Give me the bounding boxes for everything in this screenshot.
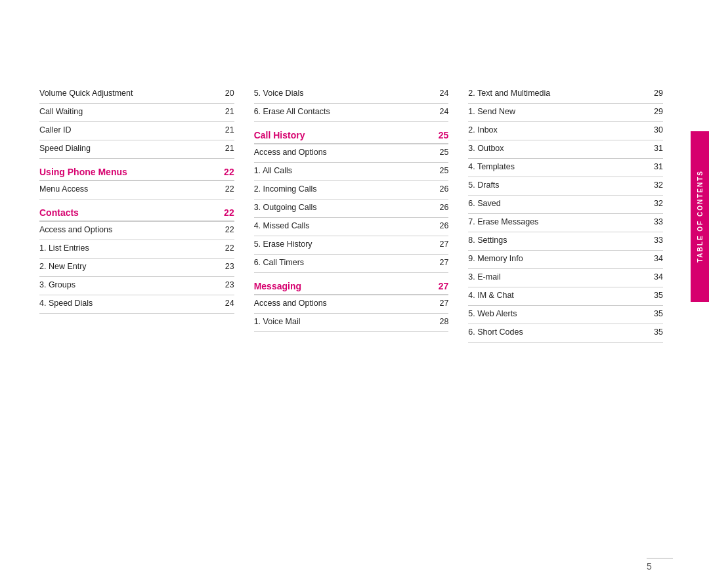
table-of-contents-tab: TABLE OF CONTENTS	[691, 131, 709, 302]
table-row: 9. Memory Info34	[468, 251, 663, 269]
table-row: 4. Templates31	[468, 159, 663, 177]
table-row: 2. Incoming Calls26	[254, 181, 449, 200]
entry-num: 33	[647, 217, 663, 226]
entry-num: 31	[647, 144, 663, 153]
table-row: Volume Quick Adjustment20	[39, 85, 234, 104]
table-row: 5. Web Alerts35	[468, 306, 663, 324]
table-row: 1. Send New29	[468, 104, 663, 122]
entry-label: 2. Inbox	[468, 125, 647, 135]
page-number-line	[647, 558, 673, 558]
table-row: Menu Access22	[39, 181, 234, 200]
entry-label: Access and Options	[254, 148, 433, 157]
section-heading: Messaging27	[254, 277, 449, 295]
entry-label: Access and Options	[39, 225, 218, 234]
page-number-value: 5	[647, 561, 652, 572]
table-row: 4. Speed Dials24	[39, 295, 234, 314]
entry-num: 34	[647, 272, 663, 282]
table-row: 3. Outgoing Calls26	[254, 200, 449, 218]
table-row: 5. Drafts32	[468, 177, 663, 196]
column-3: 2. Text and Multimedia291. Send New292. …	[462, 85, 676, 549]
entry-num: 21	[218, 144, 234, 153]
entry-num: 25	[432, 166, 448, 175]
entry-label: Menu Access	[39, 184, 218, 194]
table-row: 1. Voice Mail28	[254, 314, 449, 332]
entry-num: 22	[218, 184, 234, 194]
entry-num: 27	[432, 299, 448, 308]
entry-label: 2. New Entry	[39, 262, 218, 271]
table-row: Call Waiting21	[39, 104, 234, 122]
entry-label: 5. Erase History	[254, 240, 433, 249]
table-row: 2. Inbox30	[468, 122, 663, 140]
entry-num: 27	[432, 258, 448, 267]
table-row: 5. Voice Dials24	[254, 85, 449, 104]
entry-label: 3. Groups	[39, 280, 218, 289]
entry-label: 4. Templates	[468, 162, 647, 171]
entry-num: 26	[432, 184, 448, 194]
entry-label: Access and Options	[254, 299, 433, 308]
table-row: 5. Erase History27	[254, 236, 449, 255]
entry-label: Volume Quick Adjustment	[39, 89, 218, 98]
entry-label: 5. Web Alerts	[468, 309, 647, 318]
section-heading-label: Messaging	[254, 281, 301, 291]
entry-num: 24	[432, 107, 448, 116]
table-row: Caller ID21	[39, 122, 234, 140]
section-heading-num: 25	[432, 130, 448, 140]
entry-label: 1. Voice Mail	[254, 317, 433, 326]
entry-num: 26	[432, 221, 448, 230]
entry-label: 6. Saved	[468, 199, 647, 208]
entry-label: 9. Memory Info	[468, 254, 647, 263]
entry-num: 22	[218, 243, 234, 253]
entry-num: 33	[647, 236, 663, 245]
entry-num: 26	[432, 203, 448, 212]
page-number-area: 5	[647, 558, 673, 572]
section-heading-num: 22	[218, 167, 234, 177]
entry-label: Call Waiting	[39, 107, 218, 116]
section-heading: Using Phone Menus22	[39, 163, 234, 181]
table-row: Access and Options22	[39, 222, 234, 240]
table-row: 6. Saved32	[468, 196, 663, 214]
entry-label: Speed Dialing	[39, 144, 218, 153]
entry-num: 35	[647, 327, 663, 337]
table-row: Access and Options25	[254, 144, 449, 163]
section-heading-num: 22	[218, 207, 234, 218]
entry-num: 23	[218, 262, 234, 271]
entry-label: 1. Send New	[468, 107, 647, 116]
table-row: 3. E-mail34	[468, 269, 663, 287]
entry-num: 34	[647, 254, 663, 263]
table-row: Speed Dialing21	[39, 140, 234, 159]
entry-label: 1. List Entries	[39, 243, 218, 253]
entry-label: 4. IM & Chat	[468, 291, 647, 300]
section-heading-num: 27	[432, 281, 448, 291]
entry-num: 23	[218, 280, 234, 289]
entry-label: 3. E-mail	[468, 272, 647, 282]
entry-label: 2. Text and Multimedia	[468, 89, 647, 98]
entry-num: 29	[647, 89, 663, 98]
entry-num: 21	[218, 107, 234, 116]
entry-num: 24	[432, 89, 448, 98]
entry-label: 1. All Calls	[254, 166, 433, 175]
entry-num: 22	[218, 225, 234, 234]
entry-label: 5. Drafts	[468, 180, 647, 190]
table-row: 2. Text and Multimedia29	[468, 85, 663, 104]
entry-label: 6. Call Timers	[254, 258, 433, 267]
table-row: 8. Settings33	[468, 232, 663, 251]
entry-num: 27	[432, 240, 448, 249]
entry-label: 8. Settings	[468, 236, 647, 245]
entry-label: 7. Erase Messages	[468, 217, 647, 226]
table-row: 4. IM & Chat35	[468, 287, 663, 306]
entry-label: 2. Incoming Calls	[254, 184, 433, 194]
entry-num: 21	[218, 125, 234, 135]
table-row: 6. Call Timers27	[254, 255, 449, 273]
entry-num: 32	[647, 180, 663, 190]
entry-label: 3. Outbox	[468, 144, 647, 153]
table-row: 3. Outbox31	[468, 140, 663, 159]
entry-num: 20	[218, 89, 234, 98]
entry-num: 32	[647, 199, 663, 208]
table-row: 4. Missed Calls26	[254, 218, 449, 236]
entry-label: 5. Voice Dials	[254, 89, 433, 98]
table-row: Access and Options27	[254, 295, 449, 314]
section-heading-label: Using Phone Menus	[39, 167, 127, 177]
section-heading-label: Call History	[254, 130, 305, 140]
entry-num: 25	[432, 148, 448, 157]
table-row: 2. New Entry23	[39, 259, 234, 277]
